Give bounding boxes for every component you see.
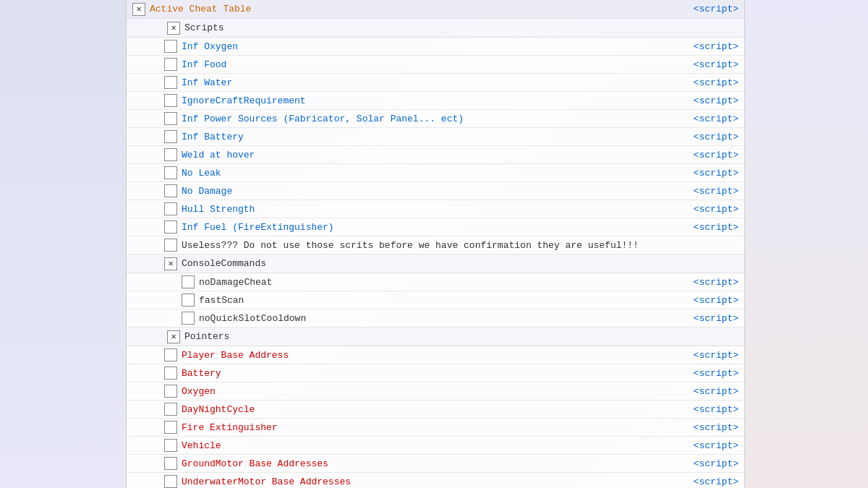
inf-water-checkbox[interactable] [164, 76, 177, 89]
hull-strength-script: <script> [694, 204, 744, 215]
list-item: Oxygen <script> [127, 382, 744, 401]
active-cheat-table-row[interactable]: Active Cheat Table <script> [127, 0, 744, 19]
no-damage-cheat-checkbox[interactable] [182, 275, 195, 288]
day-night-script: <script> [694, 404, 744, 415]
battery-checkbox[interactable] [164, 367, 177, 380]
inf-oxygen-script: <script> [694, 41, 744, 52]
hull-strength-checkbox[interactable] [164, 202, 177, 215]
ignore-craft-label: IgnoreCraftRequirement [182, 95, 694, 106]
ignore-craft-script: <script> [694, 95, 744, 106]
underwater-motor-label: UnderwaterMotor Base Addresses [182, 476, 694, 487]
active-cheat-table-script: <script> [694, 4, 744, 14]
scripts-section-header[interactable]: Scripts [127, 19, 744, 38]
day-night-label: DayNightCycle [182, 404, 694, 415]
underwater-motor-script: <script> [694, 476, 744, 487]
battery-label: Battery [182, 368, 694, 379]
list-item: noDamageCheat <script> [127, 273, 744, 291]
main-container: Active Cheat Table <script> Scripts Inf … [0, 0, 868, 488]
ground-motor-checkbox[interactable] [164, 457, 177, 470]
console-commands-checkbox[interactable] [164, 257, 177, 270]
inf-power-label: Inf Power Sources (Fabricator, Solar Pan… [182, 114, 694, 124]
underwater-motor-checkbox[interactable] [164, 475, 177, 488]
right-margin [745, 0, 868, 488]
vehicle-script: <script> [694, 440, 744, 451]
pointers-label: Pointers [184, 331, 744, 342]
no-damage-script: <script> [694, 186, 744, 197]
no-quick-slot-label: noQuickSlotCooldown [199, 313, 694, 324]
hull-strength-label: Hull Strength [182, 204, 694, 215]
pointers-section-header[interactable]: Pointers [127, 328, 744, 346]
weld-hover-label: Weld at hover [182, 150, 694, 160]
console-commands-label: ConsoleCommands [182, 258, 744, 269]
weld-hover-script: <script> [694, 150, 744, 160]
ignore-craft-checkbox[interactable] [164, 94, 177, 107]
fast-scan-checkbox[interactable] [182, 294, 195, 307]
list-item: Inf Battery <script> [127, 128, 744, 146]
active-cheat-table-checkbox[interactable] [132, 3, 145, 16]
no-leak-label: No Leak [182, 168, 694, 179]
left-margin [0, 0, 127, 488]
no-leak-script: <script> [694, 168, 744, 179]
oxygen-script: <script> [694, 386, 744, 397]
console-commands-header[interactable]: ConsoleCommands [127, 254, 744, 273]
inf-fuel-checkbox[interactable] [164, 221, 177, 234]
list-item: No Damage <script> [127, 182, 744, 200]
inf-oxygen-checkbox[interactable] [164, 40, 177, 53]
active-cheat-table-label: Active Cheat Table [150, 4, 694, 14]
inf-oxygen-label: Inf Oxygen [182, 41, 694, 52]
oxygen-checkbox[interactable] [164, 385, 177, 398]
no-damage-cheat-label: noDamageCheat [199, 277, 694, 288]
list-item: Vehicle <script> [127, 437, 744, 455]
list-item: Player Base Address <script> [127, 346, 744, 364]
day-night-checkbox[interactable] [164, 403, 177, 416]
fire-ext-checkbox[interactable] [164, 421, 177, 434]
no-quick-slot-script: <script> [694, 313, 744, 324]
ground-motor-script: <script> [694, 458, 744, 469]
fast-scan-label: fastScan [199, 295, 694, 306]
list-item: IgnoreCraftRequirement <script> [127, 92, 744, 110]
weld-hover-checkbox[interactable] [164, 148, 177, 161]
battery-script: <script> [694, 368, 744, 379]
no-damage-cheat-script: <script> [694, 277, 744, 288]
inf-food-label: Inf Food [182, 59, 694, 70]
inf-food-checkbox[interactable] [164, 58, 177, 71]
list-item: No Leak <script> [127, 164, 744, 182]
list-item: Inf Water <script> [127, 74, 744, 92]
list-item: GroundMotor Base Addresses <script> [127, 455, 744, 473]
pointers-checkbox[interactable] [167, 330, 180, 343]
list-item: noQuickSlotCooldown <script> [127, 309, 744, 328]
fire-ext-label: Fire Extinguisher [182, 422, 694, 433]
list-item: Inf Food <script> [127, 56, 744, 74]
no-damage-label: No Damage [182, 186, 694, 197]
useless-checkbox[interactable] [164, 239, 177, 252]
content-area: Active Cheat Table <script> Scripts Inf … [127, 0, 745, 488]
inf-food-script: <script> [694, 59, 744, 70]
scripts-checkbox[interactable] [167, 22, 180, 35]
vehicle-checkbox[interactable] [164, 439, 177, 452]
list-item: UnderwaterMotor Base Addresses <script> [127, 473, 744, 488]
inf-fuel-script: <script> [694, 222, 744, 233]
inf-battery-label: Inf Battery [182, 132, 694, 142]
player-base-label: Player Base Address [182, 350, 694, 361]
list-item: fastScan <script> [127, 291, 744, 309]
list-item: Inf Oxygen <script> [127, 38, 744, 56]
inf-power-script: <script> [694, 114, 744, 124]
scripts-label: Scripts [184, 22, 744, 33]
fast-scan-script: <script> [694, 295, 744, 306]
list-item: DayNightCycle <script> [127, 401, 744, 419]
list-item: Weld at hover <script> [127, 146, 744, 164]
inf-battery-checkbox[interactable] [164, 130, 177, 143]
useless-label: Useless??? Do not use those scrits befor… [182, 240, 744, 251]
inf-water-label: Inf Water [182, 77, 694, 88]
player-base-checkbox[interactable] [164, 348, 177, 361]
list-item: Hull Strength <script> [127, 200, 744, 218]
no-quick-slot-checkbox[interactable] [182, 312, 195, 325]
list-item: Fire Extinguisher <script> [127, 419, 744, 437]
vehicle-label: Vehicle [182, 440, 694, 451]
oxygen-label: Oxygen [182, 386, 694, 397]
no-damage-checkbox[interactable] [164, 184, 177, 197]
inf-power-checkbox[interactable] [164, 112, 177, 125]
fire-ext-script: <script> [694, 422, 744, 433]
list-item: Inf Power Sources (Fabricator, Solar Pan… [127, 110, 744, 128]
no-leak-checkbox[interactable] [164, 166, 177, 179]
